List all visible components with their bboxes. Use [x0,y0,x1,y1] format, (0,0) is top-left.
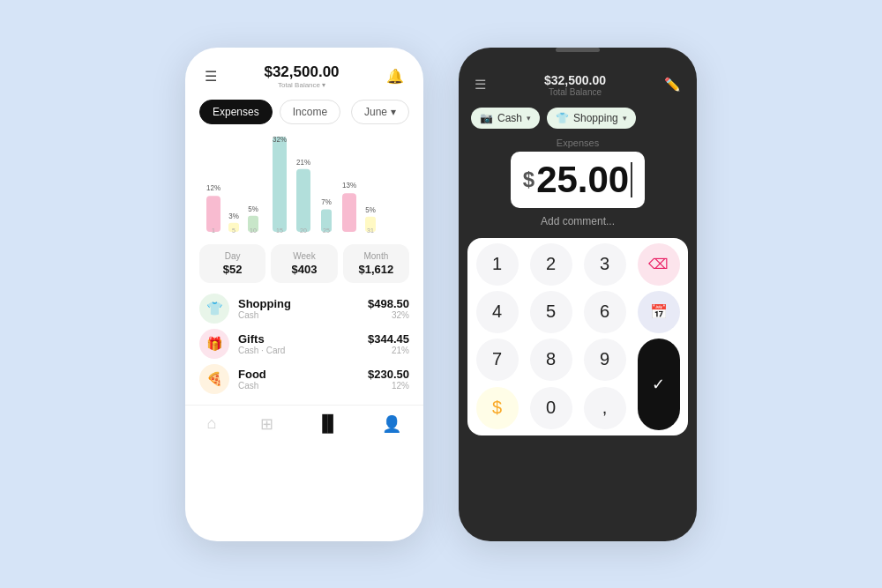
key-8[interactable]: 8 [530,339,572,381]
key-dollar[interactable]: $ [476,387,519,429]
svg-rect-3 [273,137,287,232]
time-stats: Day $52 Week $403 Month $1,612 [185,237,423,290]
calendar-button[interactable]: 📅 [638,291,680,333]
svg-text:12%: 12% [206,184,220,192]
amount-value: 25.00 [536,159,629,201]
svg-text:5%: 5% [365,205,376,213]
key-2[interactable]: 2 [530,243,572,286]
left-header: ☰ $32,500.00 Total Balance ▾ 🔔 [185,48,423,96]
chart-svg: 12% 3% 5% 32% 21% 7% 13% 5% 1 5 10 15 20… [199,135,409,234]
svg-text:5: 5 [232,227,235,233]
food-icon: 🍕 [199,364,229,394]
backspace-button[interactable]: ⌫ [638,243,680,286]
list-item[interactable]: 🎁 Gifts Cash · Card $344.45 21% [199,329,409,359]
svg-text:7%: 7% [321,198,332,206]
amount-section: Expenses $ 25.00 Add comment... [459,136,697,238]
nav-profile-icon[interactable]: 👤 [382,414,401,434]
nav-grid-icon[interactable]: ⊞ [260,414,273,434]
nav-home-icon[interactable]: ⌂ [207,414,217,433]
tab-income[interactable]: Income [280,100,340,124]
rp-balance-block: $32,500.00 Total Balance [544,73,606,97]
rp-balance-amount: $32,500.00 [544,73,606,87]
shopping-icon: 👕 [199,294,229,324]
svg-rect-6 [342,193,356,232]
filter-shopping[interactable]: 👕 Shopping ▾ [547,108,636,129]
nav-chart-icon[interactable]: ▐▌ [317,414,340,433]
expenses-label: Expenses [459,138,697,148]
svg-text:15: 15 [276,227,283,233]
key-7[interactable]: 7 [476,339,519,381]
shopping-filter-icon: 👕 [556,112,569,124]
notch [556,48,600,52]
svg-text:25: 25 [323,227,330,233]
key-0[interactable]: 0 [530,387,572,429]
key-9[interactable]: 9 [584,339,626,381]
bottom-nav: ⌂ ⊞ ▐▌ 👤 [185,405,423,446]
svg-text:10: 10 [250,227,257,233]
cursor [631,162,632,197]
bar-chart: 12% 3% 5% 32% 21% 7% 13% 5% 1 5 10 15 20… [185,131,423,237]
stat-day: Day $52 [199,244,265,283]
right-phone: ☰ $32,500.00 Total Balance ✏️ 📷 Cash ▾ 👕… [459,48,697,541]
svg-text:20: 20 [300,227,307,233]
tabs-row: Expenses Income June ▾ [185,96,423,131]
chevron-down-icon: ▾ [623,114,627,123]
rp-balance-label: Total Balance [544,87,606,97]
svg-text:5%: 5% [248,205,258,212]
svg-text:32%: 32% [273,136,287,144]
rp-filters: 📷 Cash ▾ 👕 Shopping ▾ [459,104,697,136]
key-comma[interactable]: , [584,387,626,429]
left-phone: ☰ $32,500.00 Total Balance ▾ 🔔 Expenses … [185,48,423,541]
comment-placeholder[interactable]: Add comment... [459,212,697,234]
stat-month: Month $1,612 [343,244,409,283]
svg-text:3%: 3% [228,212,239,220]
category-list: 👕 Shopping Cash $498.50 32% 🎁 Gifts Cash… [185,290,423,401]
chevron-down-icon: ▾ [527,114,531,123]
stat-week: Week $403 [271,244,337,283]
tab-month[interactable]: June ▾ [351,100,409,124]
balance-label: Total Balance ▾ [264,81,339,89]
balance-block: $32,500.00 Total Balance ▾ [264,63,339,89]
chevron-down-icon: ▾ [391,106,396,118]
key-6[interactable]: 6 [584,291,626,333]
bell-button[interactable]: 🔔 [383,64,407,88]
amount-display: $ 25.00 [511,152,645,208]
gifts-icon: 🎁 [199,329,229,359]
key-4[interactable]: 4 [476,291,519,333]
svg-rect-4 [296,168,310,231]
svg-rect-0 [206,196,220,232]
rp-menu-button[interactable]: ☰ [475,77,486,93]
menu-button[interactable]: ☰ [201,64,220,88]
key-3[interactable]: 3 [584,243,626,286]
confirm-button[interactable]: ✓ [638,339,680,430]
right-header: ☰ $32,500.00 Total Balance ✏️ [459,57,697,104]
key-1[interactable]: 1 [476,243,519,286]
tab-expenses[interactable]: Expenses [199,100,273,124]
list-item[interactable]: 🍕 Food Cash $230.50 12% [199,364,409,394]
numpad-grid: 1 2 3 ⌫ 4 5 6 📅 7 8 9 ✓ $ 0 , [473,243,683,430]
cash-icon: 📷 [480,112,493,124]
numpad: 1 2 3 ⌫ 4 5 6 📅 7 8 9 ✓ $ 0 , [467,238,688,435]
list-item[interactable]: 👕 Shopping Cash $498.50 32% [199,294,409,324]
svg-text:1: 1 [212,227,215,233]
svg-text:13%: 13% [342,182,356,190]
filter-cash[interactable]: 📷 Cash ▾ [471,108,540,129]
dollar-sign: $ [523,167,534,192]
svg-text:21%: 21% [296,158,310,166]
rp-edit-button[interactable]: ✏️ [664,77,681,93]
balance-amount: $32,500.00 [264,63,339,81]
key-5[interactable]: 5 [530,291,572,333]
svg-text:31: 31 [367,227,374,233]
